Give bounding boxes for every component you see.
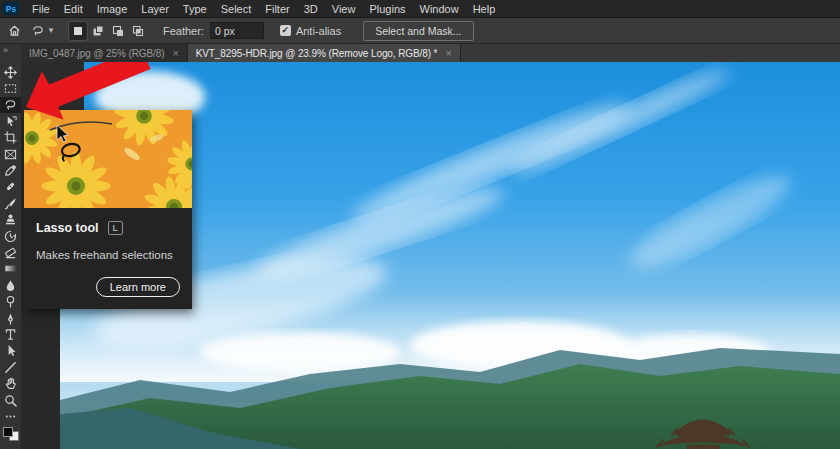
tab-label: KVT_8295-HDR.jpg @ 23.9% (Remove Logo, R… — [196, 48, 438, 59]
tool-clone-stamp[interactable] — [0, 212, 21, 228]
zoom-icon — [4, 394, 17, 407]
menu-edit[interactable]: Edit — [57, 0, 90, 18]
learn-more-button[interactable]: Learn more — [96, 277, 180, 297]
tool-gradient[interactable] — [0, 261, 21, 277]
feather-input[interactable] — [210, 22, 264, 39]
toolbar-collapse-button[interactable]: » — [0, 44, 21, 62]
brush-icon — [4, 197, 17, 210]
menu-type[interactable]: Type — [176, 0, 214, 18]
document-tab-2[interactable]: KVT_8295-HDR.jpg @ 23.9% (Remove Logo, R… — [188, 44, 461, 62]
history-brush-icon — [4, 230, 17, 243]
line-icon — [4, 361, 17, 374]
pen-icon — [4, 312, 17, 325]
tool-line[interactable] — [0, 359, 21, 375]
menu-file[interactable]: File — [25, 0, 57, 18]
photoshop-logo-icon: Ps — [3, 2, 19, 15]
tool-dodge[interactable] — [0, 293, 21, 309]
add-to-selection-button[interactable] — [89, 22, 107, 40]
new-selection-button[interactable] — [69, 22, 87, 40]
spot-healing-icon — [4, 180, 17, 193]
menu-window[interactable]: Window — [413, 0, 466, 18]
tool-pen[interactable] — [0, 310, 21, 326]
eyedropper-icon — [4, 164, 17, 177]
selection-mode-group — [69, 22, 147, 40]
tool-path-selection[interactable] — [0, 343, 21, 359]
anti-alias-label: Anti-alias — [296, 25, 341, 37]
tooltip-description: Makes freehand selections — [36, 249, 180, 261]
lasso-icon — [31, 24, 45, 37]
tool-more-options[interactable] — [0, 408, 21, 424]
tool-lasso[interactable] — [0, 97, 21, 113]
menu-layer[interactable]: Layer — [134, 0, 176, 18]
tool-spot-healing[interactable] — [0, 179, 21, 195]
tool-history-brush[interactable] — [0, 228, 21, 244]
crop-icon — [4, 131, 17, 144]
menu-image[interactable]: Image — [90, 0, 135, 18]
type-icon — [4, 328, 17, 341]
tool-eyedropper[interactable] — [0, 162, 21, 178]
home-icon — [8, 24, 21, 37]
current-tool-preset[interactable]: ▼ — [31, 24, 55, 37]
object-selection-icon — [4, 115, 17, 128]
feather-label: Feather: — [163, 25, 204, 37]
subtract-from-selection-icon — [112, 25, 124, 37]
menu-filter[interactable]: Filter — [258, 0, 296, 18]
tool-zoom[interactable] — [0, 392, 21, 408]
red-arrow-annotation — [21, 62, 171, 142]
tab-close-icon[interactable]: × — [172, 48, 178, 59]
marquee-icon — [4, 82, 17, 95]
document-tab-bar: » IMG_0487.jpg @ 25% (RGB/8)×KVT_8295-HD… — [0, 44, 840, 62]
tab-label: IMG_0487.jpg @ 25% (RGB/8) — [29, 48, 164, 59]
frame-icon — [4, 148, 17, 161]
move-icon — [4, 66, 17, 79]
anti-alias-checkbox[interactable]: ✓ — [280, 25, 291, 36]
menu-help[interactable]: Help — [466, 0, 503, 18]
new-selection-icon — [72, 25, 84, 37]
clone-stamp-icon — [4, 213, 17, 226]
gradient-icon — [4, 262, 17, 275]
tool-frame[interactable] — [0, 146, 21, 162]
hand-icon — [4, 377, 17, 390]
tooltip-title: Lasso tool — [36, 221, 99, 235]
blur-icon — [4, 279, 17, 292]
subtract-from-selection-button[interactable] — [109, 22, 127, 40]
eraser-icon — [4, 246, 17, 259]
foreground-color-swatch[interactable] — [3, 427, 13, 437]
menu-3d[interactable]: 3D — [297, 0, 325, 18]
tool-type[interactable] — [0, 326, 21, 342]
document-tab-1[interactable]: IMG_0487.jpg @ 25% (RGB/8)× — [21, 44, 188, 62]
menu-bar: Ps FileEditImageLayerTypeSelectFilter3DV… — [0, 0, 840, 18]
tool-crop[interactable] — [0, 130, 21, 146]
tool-object-selection[interactable] — [0, 113, 21, 129]
menu-plugins[interactable]: Plugins — [362, 0, 412, 18]
select-and-mask-button[interactable]: Select and Mask... — [363, 21, 473, 41]
menu-view[interactable]: View — [325, 0, 363, 18]
tool-marquee[interactable] — [0, 80, 21, 96]
home-button[interactable] — [8, 24, 21, 37]
tool-blur[interactable] — [0, 277, 21, 293]
color-swatches[interactable] — [3, 427, 19, 441]
more-options-icon — [4, 410, 17, 423]
tool-options-bar: ▼ Feather: — [0, 18, 840, 44]
tool-hand[interactable] — [0, 375, 21, 391]
add-to-selection-icon — [92, 25, 104, 37]
lasso-icon — [4, 98, 17, 111]
tab-close-icon[interactable]: × — [445, 48, 451, 59]
intersect-selection-button[interactable] — [129, 22, 147, 40]
document-canvas[interactable]: Lasso tool L Makes freehand selections L… — [21, 62, 840, 449]
dodge-icon — [4, 295, 17, 308]
tool-eraser[interactable] — [0, 244, 21, 260]
shortcut-key-badge: L — [108, 221, 123, 235]
chevron-down-icon: ▼ — [47, 26, 55, 35]
path-selection-icon — [4, 344, 17, 357]
intersect-selection-icon — [132, 25, 144, 37]
tools-panel — [0, 62, 21, 449]
tool-brush[interactable] — [0, 195, 21, 211]
menu-select[interactable]: Select — [214, 0, 259, 18]
tool-move[interactable] — [0, 64, 21, 80]
